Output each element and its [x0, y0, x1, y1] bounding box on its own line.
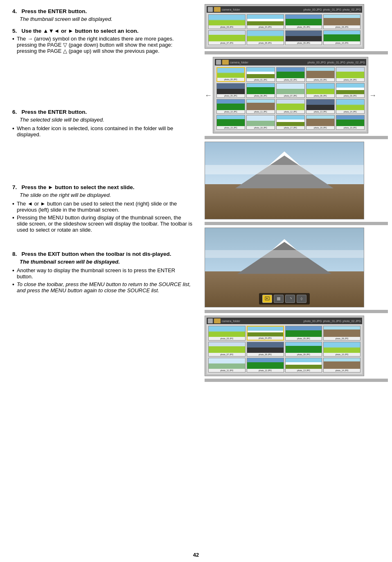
step-5-heading-text: Use the ▲▼◄ or ► button to select an ico…	[22, 28, 139, 34]
thumb-s8: photo_07.JPG	[276, 83, 305, 98]
step-7-heading: 7. Press the ► button to select the next…	[12, 184, 192, 190]
thumb-img	[217, 68, 244, 78]
step-6-subtext: The selected slide will be displayed.	[20, 117, 192, 123]
screen-2-file1: photo_00.JPG	[308, 61, 326, 64]
panel-5-thumbnail-final: camera_folder photo_00.JPG photo_01.JPG …	[205, 316, 364, 376]
thumb-label: photo_05.JPG	[286, 337, 322, 340]
thumb-img	[277, 84, 304, 94]
thumb-s17: photo_16.JPG	[246, 115, 275, 130]
thumb-f7: photo_09.JPG	[285, 342, 322, 357]
thumb-img	[336, 115, 364, 126]
screen-1-grid: photo_03.JPG photo_04.JPG photo_05.JPG p…	[207, 13, 362, 47]
thumb-img	[248, 327, 283, 336]
screen-5-file1: photo_00.JPG	[304, 320, 322, 323]
thumb-4: photo_06.JPG	[323, 14, 360, 29]
step-8-subtext: The thumbnail screen will be displayed.	[20, 259, 192, 265]
thumb-label: photo_06.JPG	[324, 25, 360, 29]
thumb-label: photo_05.JPG	[286, 25, 322, 29]
toolbar-btn-4[interactable]	[297, 295, 306, 303]
panel-3-photo-display	[205, 142, 364, 219]
step-7-number: 7.	[12, 184, 17, 190]
thumb-label: photo_04.JPG	[336, 78, 364, 81]
thumb-label: photo_07.JPG	[277, 94, 304, 97]
thumb-img	[209, 342, 245, 353]
thumb-img	[209, 358, 245, 369]
toolbar-btn-3[interactable]	[285, 295, 295, 303]
screen-2-header: camera_folder photo_00.JPG photo_01.JPG …	[215, 59, 366, 65]
left-nav-arrow[interactable]: ←	[205, 91, 212, 99]
thumb-img	[209, 326, 245, 337]
screen-5-path: camera_folder	[222, 320, 240, 323]
thumb-label: photo_17.JPG	[277, 126, 304, 129]
thumb-label: photo_13.JPG	[306, 110, 334, 113]
thumb-label: photo_00.JPG	[217, 78, 244, 81]
folder-icon	[214, 7, 221, 12]
thumb-label: photo_11.JPG	[209, 369, 245, 372]
step-4-section: 4. Press the ENTER button. The thumbnail…	[12, 8, 192, 22]
thumb-img	[306, 68, 334, 78]
thumb-label: photo_02.JPG	[277, 78, 304, 81]
thumb-img	[247, 358, 284, 369]
thumb-label: photo_09.JPG	[336, 94, 364, 97]
thumb-label: photo_09.JPG	[286, 353, 322, 356]
thumb-s15: photo_14.JPG	[336, 99, 365, 114]
thumb-img	[286, 358, 322, 369]
right-screenshots-column: camera_folder photo_00.JPG photo_01.JPG …	[201, 4, 392, 544]
right-nav-arrow[interactable]: →	[369, 91, 376, 99]
step-5-heading: 5. Use the ▲▼◄ or ► button to select an …	[12, 28, 192, 34]
screen-5-file2: photo_01.JPG	[323, 320, 341, 323]
panel-4-photo-toolbar	[205, 228, 364, 307]
step-6-heading: 6. Press the ENTER button.	[12, 109, 192, 115]
step6-spacer	[12, 143, 192, 184]
thumb-img	[277, 68, 304, 78]
screen-1-path: camera_folder	[222, 8, 240, 11]
step-7-bullet-2: Pressing the MENU button during display …	[12, 214, 192, 233]
step-5-bullets: The → (arrow) symbol on the right indica…	[12, 36, 192, 54]
thumb-img	[209, 31, 245, 41]
thumb-label: photo_16.JPG	[247, 126, 275, 129]
thumb-label: photo_12.JPG	[247, 369, 284, 372]
step-4-heading: 4. Press the ENTER button.	[12, 8, 192, 14]
thumb-label: photo_08.JPG	[247, 353, 284, 356]
thumb-label: photo_06.JPG	[324, 337, 360, 340]
thumb-label: photo_03.JPG	[209, 337, 245, 340]
thumb-s13: photo_12.JPG	[276, 99, 305, 114]
thumb-s5: photo_04.JPG	[336, 67, 365, 82]
thumb-img	[324, 15, 360, 25]
step-4-subtext: The thumbnail screen will be displayed.	[20, 16, 192, 22]
step-5-section: 5. Use the ▲▼◄ or ► button to select an …	[12, 28, 192, 54]
screen-1-header: camera_folder photo_00.JPG photo_01.JPG …	[207, 6, 362, 13]
screen-2-path: camera_folder	[230, 61, 248, 64]
thumb-img	[277, 99, 304, 110]
thumb-img	[247, 342, 284, 353]
thumb-img	[324, 342, 360, 353]
step-6-section: 6. Press the ENTER button. The selected …	[12, 109, 192, 138]
thumb-s7: photo_06.JPG	[246, 83, 275, 98]
thumb-img	[209, 15, 245, 25]
thumb-s14: photo_13.JPG	[306, 99, 335, 114]
thumb-f10: photo_12.JPG	[247, 358, 284, 372]
thumb-img	[306, 84, 334, 94]
thumb-f12: photo_14.JPG	[323, 358, 360, 372]
step-8-heading-text: Press the EXIT button when the toolbar i…	[22, 251, 171, 257]
step-7-heading-text: Press the ► button to select the next sl…	[22, 184, 135, 190]
step-5-bullet-1: The → (arrow) symbol on the right indica…	[12, 36, 192, 54]
thumb-label: photo_03.JPG	[306, 78, 334, 81]
page-number: 42	[193, 552, 199, 558]
thumb-img	[217, 99, 245, 110]
thumb-label: photo_07.JPG	[209, 41, 245, 45]
thumb-label: photo_18.JPG	[306, 126, 334, 129]
step-7-section: 7. Press the ► button to select the next…	[12, 184, 192, 233]
thumb-3: photo_05.JPG	[285, 14, 322, 29]
thumb-img	[306, 99, 334, 110]
thumb-img	[247, 84, 275, 94]
thumb-5: photo_07.JPG	[208, 30, 246, 45]
thumb-2: photo_04.JPG	[247, 14, 284, 29]
thumb-img	[247, 115, 275, 126]
thumb-label: photo_10.JPG	[324, 353, 360, 356]
thumb-label: photo_14.JPG	[336, 110, 364, 113]
toolbar-btn-1[interactable]	[262, 295, 272, 303]
thumb-f6: photo_08.JPG	[247, 342, 284, 357]
thumb-s4: photo_03.JPG	[306, 67, 335, 82]
toolbar-btn-2[interactable]	[274, 295, 284, 303]
